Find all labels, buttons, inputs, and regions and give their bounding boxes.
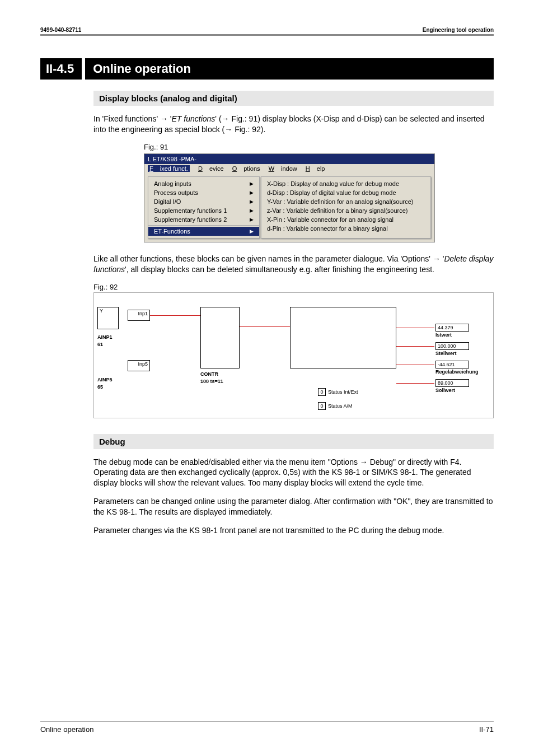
diag-ainp5: AINP5 (97, 377, 113, 382)
menu-options[interactable]: Options (232, 165, 260, 172)
diag-inp1: Inp1 (128, 310, 150, 321)
section-heading: II-4.5 Online operation (40, 58, 494, 80)
menu-item-digital[interactable]: Digital I/O▶ (148, 197, 259, 206)
diag-status1: Status Int/Ext (328, 389, 358, 395)
page-footer: Online operation II-71 (40, 721, 494, 734)
menu-item-etfunctions[interactable]: ET-Functions▶ (148, 227, 259, 236)
section-title: Online operation (85, 58, 494, 80)
submenu-item-yvar[interactable]: Y-Var : Variable definition for an analo… (267, 197, 425, 206)
submenu-item-dpin[interactable]: d-Pin : Variable connector for a binary … (267, 224, 425, 233)
diag-val-2: -44.621 (435, 361, 469, 368)
submenu-item-xdisp[interactable]: X-Disp : Display of analog value for deb… (267, 179, 425, 188)
submenu-left: Analog inputs▶ Process outputs▶ Digital … (148, 176, 260, 239)
menu-item-analog[interactable]: Analog inputs▶ (148, 179, 259, 188)
diag-inp5: Inp5 (128, 360, 150, 371)
page-header: 9499-040-82711 Engineering tool operatio… (40, 27, 494, 36)
subhead-debug: Debug (93, 434, 494, 449)
submenu-item-xpin[interactable]: X-Pin : Variable connector for an analog… (267, 215, 425, 224)
para-intro: In 'Fixed functions' → 'ET functions' (→… (93, 114, 494, 135)
diag-65: 65 (97, 384, 103, 390)
submenu-item-zvar[interactable]: z-Var : Variable definition for a binary… (267, 206, 425, 215)
window-title: L ET/KS98 -PMA- (144, 154, 434, 164)
diag-lbl-0: Istwert (435, 332, 452, 338)
menu-bar: Fixed funct. Device Options Window Help (144, 164, 434, 173)
header-right: Engineering tool operation (423, 27, 494, 33)
menu-item-supp1[interactable]: Supplementary functions 1▶ (148, 206, 259, 215)
menu-device[interactable]: Device (198, 165, 224, 172)
menu-fixed[interactable]: Fixed funct. (148, 165, 190, 172)
footer-left: Online operation (40, 725, 93, 734)
diag-val-3: 89.000 (435, 379, 469, 387)
diag-status2: Status A/M (328, 403, 353, 409)
menu-help[interactable]: Help (306, 165, 325, 172)
diag-status1-box: 0 (318, 388, 326, 396)
fig91-window: L ET/KS98 -PMA- Fixed funct. Device Opti… (144, 153, 435, 242)
diag-status2-box: 0 (318, 402, 326, 410)
diag-ts: 100 ts=11 (200, 379, 223, 384)
footer-right: II-71 (479, 725, 494, 734)
header-left: 9499-040-82711 (40, 27, 81, 33)
diag-contr: CONTR (200, 371, 218, 377)
diag-block-y: Y (97, 307, 119, 329)
submenu-right: X-Disp : Display of analog value for deb… (261, 176, 431, 239)
menu-window[interactable]: Window (269, 165, 297, 172)
debug-p3: Parameter changes via the KS 98-1 front … (93, 525, 494, 536)
diag-val-1: 100.000 (435, 342, 469, 350)
fig92-diagram: Y AINP1 61 Inp1 Inp5 AINP5 65 CONTR 100 … (93, 292, 494, 418)
diag-lbl-3: Sollwert (435, 388, 455, 393)
section-number: II-4.5 (40, 58, 82, 80)
debug-p1: The debug mode can be enabled/disabled e… (93, 457, 494, 489)
diag-bigblock (290, 307, 396, 368)
diag-ainp1: AINP1 (97, 334, 113, 340)
menu-item-supp2[interactable]: Supplementary functions 2▶ (148, 215, 259, 224)
diag-lbl-1: Stellwert (435, 351, 457, 356)
menu-item-process[interactable]: Process outputs▶ (148, 188, 259, 197)
diag-lbl-2: Regelabweichung (435, 369, 479, 375)
para-between: Like all other functions, these blocks c… (93, 254, 494, 275)
fig91-label: Fig.: 91 (144, 143, 494, 151)
diag-val-0: 44.379 (435, 324, 469, 332)
debug-p2: Parameters can be changed online using t… (93, 496, 494, 517)
submenu-item-ddisp[interactable]: d-Disp : Display of digital value for de… (267, 188, 425, 197)
diag-contr-block (200, 307, 240, 368)
diag-61: 61 (97, 342, 103, 347)
subhead-display-blocks: Display blocks (analog and digital) (93, 91, 494, 106)
fig92-label: Fig.: 92 (93, 283, 494, 291)
